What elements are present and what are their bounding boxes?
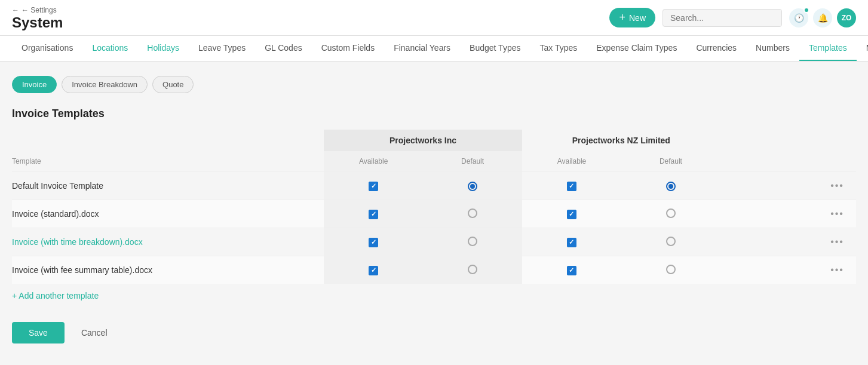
new-button-label: New	[629, 13, 646, 23]
checkbox-checked[interactable]	[567, 182, 576, 191]
clock-icon-button[interactable]: 🕐	[789, 8, 808, 27]
tab-expense-claim-types[interactable]: Expense Claim Types	[587, 36, 686, 61]
spacer-cell	[720, 256, 818, 284]
bell-icon-button[interactable]: 🔔	[813, 8, 832, 27]
spacer-cell	[720, 200, 818, 228]
template-name-cell: Invoice (with time breakdown).docx	[12, 228, 324, 256]
back-link[interactable]: ← ← Settings	[12, 6, 63, 14]
ellipsis-cell: •••	[818, 256, 856, 284]
row-menu-button[interactable]: •••	[826, 178, 849, 194]
org1-default-cell	[423, 200, 522, 228]
notification-badge	[803, 7, 809, 13]
table-row: Invoice (with time breakdown).docx •••	[12, 228, 856, 256]
tab-more[interactable]: More...	[857, 36, 868, 61]
col-org1-available: Available	[324, 151, 423, 172]
tab-currencies[interactable]: Currencies	[686, 36, 746, 61]
tab-financial-years[interactable]: Financial Years	[384, 36, 460, 61]
org1-header: Projectworks Inc	[324, 130, 522, 151]
ellipsis-cell: •••	[818, 172, 856, 200]
row-menu-button[interactable]: •••	[826, 262, 849, 278]
radio-selected[interactable]	[468, 182, 477, 191]
org2-default-cell	[621, 172, 720, 200]
sub-tab-quote[interactable]: Quote	[152, 76, 194, 93]
org1-available-cell	[324, 172, 423, 200]
back-label: ← Settings	[22, 6, 57, 14]
checkbox-checked[interactable]	[567, 266, 576, 275]
search-input[interactable]	[662, 9, 782, 27]
radio-empty[interactable]	[666, 265, 676, 274]
sub-tab-invoice-breakdown[interactable]: Invoice Breakdown	[62, 76, 148, 93]
main-content: Invoice Invoice Breakdown Quote Invoice …	[0, 62, 868, 358]
org1-default-cell	[423, 228, 522, 256]
template-name-cell: Invoice (standard).docx	[12, 200, 324, 228]
page-title: System	[12, 16, 63, 30]
avatar-button[interactable]: ZO	[837, 8, 856, 27]
sub-tab-invoice[interactable]: Invoice	[12, 76, 57, 93]
save-button[interactable]: Save	[12, 322, 65, 343]
tab-organisations[interactable]: Organisations	[12, 36, 82, 61]
tab-budget-types[interactable]: Budget Types	[460, 36, 530, 61]
tab-templates[interactable]: Templates	[799, 36, 857, 61]
clock-icon: 🕐	[794, 13, 804, 23]
checkbox-checked[interactable]	[369, 266, 378, 275]
table-row: Invoice (standard).docx •••	[12, 200, 856, 228]
checkbox-checked[interactable]	[567, 210, 576, 219]
radio-selected[interactable]	[666, 182, 676, 191]
col-header-row: Template Available Default Available Def…	[12, 151, 856, 172]
org1-default-cell	[423, 172, 522, 200]
back-arrow-icon: ←	[12, 6, 19, 14]
org2-default-cell	[621, 200, 720, 228]
checkbox-checked[interactable]	[369, 210, 378, 219]
org1-default-cell	[423, 256, 522, 284]
radio-empty[interactable]	[666, 208, 676, 218]
org1-available-cell	[324, 200, 423, 228]
col-org2-default: Default	[621, 151, 720, 172]
tab-tax-types[interactable]: Tax Types	[530, 36, 587, 61]
cancel-button[interactable]: Cancel	[72, 322, 117, 343]
template-name-cell: Invoice (with fee summary table).docx	[12, 256, 324, 284]
org2-available-cell	[522, 172, 621, 200]
row-menu-button[interactable]: •••	[826, 234, 849, 250]
new-button[interactable]: + New	[609, 8, 655, 27]
row-menu-button[interactable]: •••	[826, 206, 849, 222]
action-buttons: Save Cancel	[12, 322, 856, 343]
radio-empty[interactable]	[468, 208, 477, 218]
org-header-row: Projectworks Inc Projectworks NZ Limited	[12, 130, 856, 151]
nav-tabs: Organisations Locations Holidays Leave T…	[0, 36, 868, 62]
checkbox-checked[interactable]	[369, 238, 378, 247]
tab-numbers[interactable]: Numbers	[746, 36, 799, 61]
radio-empty[interactable]	[468, 265, 477, 274]
col-ellipsis	[818, 151, 856, 172]
checkbox-checked[interactable]	[369, 182, 378, 191]
ellipsis-col-empty	[818, 130, 856, 151]
header-left: ← ← Settings System	[12, 6, 63, 30]
tab-leave-types[interactable]: Leave Types	[189, 36, 255, 61]
template-table: Projectworks Inc Projectworks NZ Limited…	[12, 130, 856, 284]
bell-icon: 🔔	[818, 13, 828, 23]
tab-gl-codes[interactable]: GL Codes	[255, 36, 312, 61]
tab-holidays[interactable]: Holidays	[137, 36, 189, 61]
spacer-cell	[720, 228, 818, 256]
section-title: Invoice Templates	[12, 108, 856, 120]
ellipsis-cell: •••	[818, 200, 856, 228]
sub-tabs: Invoice Invoice Breakdown Quote	[12, 76, 856, 93]
col-spacer	[720, 151, 818, 172]
template-name[interactable]: Invoice (with time breakdown).docx	[12, 237, 143, 247]
org2-default-cell	[621, 228, 720, 256]
template-name: Invoice (with fee summary table).docx	[12, 265, 152, 275]
template-name-cell: Default Invoice Template	[12, 172, 324, 200]
actions-col-empty	[720, 130, 818, 151]
tab-custom-fields[interactable]: Custom Fields	[312, 36, 384, 61]
table-row: Invoice (with fee summary table).docx ••…	[12, 256, 856, 284]
org1-available-cell	[324, 256, 423, 284]
add-template-button[interactable]: + Add another template	[12, 284, 99, 308]
col-org1-default: Default	[423, 151, 522, 172]
template-col-empty	[12, 130, 324, 151]
col-template-label: Template	[12, 151, 324, 172]
header: ← ← Settings System + New 🕐 🔔 ZO	[0, 0, 868, 36]
radio-empty[interactable]	[468, 237, 477, 246]
radio-empty[interactable]	[666, 237, 676, 246]
checkbox-checked[interactable]	[567, 238, 576, 247]
avatar-label: ZO	[842, 14, 852, 22]
tab-locations[interactable]: Locations	[82, 36, 137, 61]
